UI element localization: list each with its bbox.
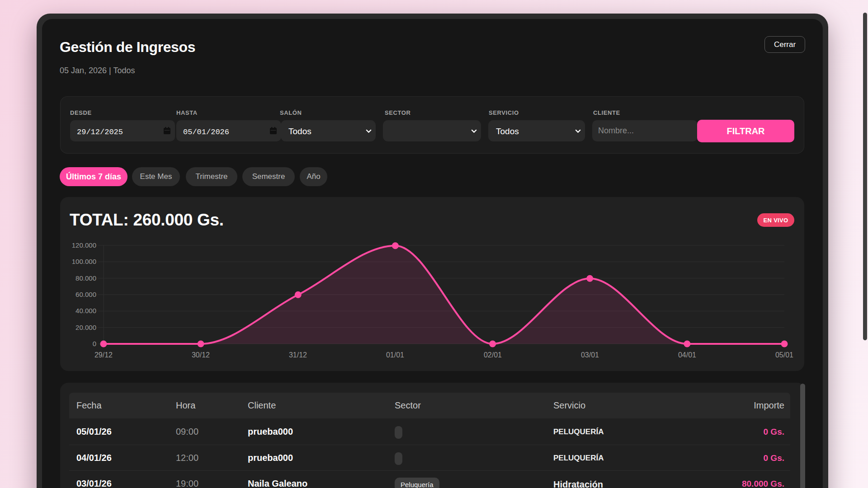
svg-text:40.000: 40.000 (75, 307, 96, 314)
svg-text:30/12: 30/12 (192, 351, 210, 359)
svg-text:03/01: 03/01 (581, 351, 599, 359)
svg-text:60.000: 60.000 (75, 291, 96, 298)
svg-text:0: 0 (93, 340, 96, 347)
svg-text:04/01: 04/01 (678, 351, 696, 359)
svg-text:120.000: 120.000 (72, 241, 96, 249)
svg-text:80.000: 80.000 (75, 274, 96, 282)
svg-text:01/01: 01/01 (386, 351, 404, 359)
svg-text:05/01: 05/01 (775, 351, 793, 359)
svg-text:31/12: 31/12 (289, 351, 307, 359)
svg-text:20.000: 20.000 (75, 324, 96, 331)
svg-text:02/01: 02/01 (484, 351, 502, 359)
svg-text:100.000: 100.000 (72, 258, 96, 265)
svg-text:29/12: 29/12 (94, 351, 113, 359)
